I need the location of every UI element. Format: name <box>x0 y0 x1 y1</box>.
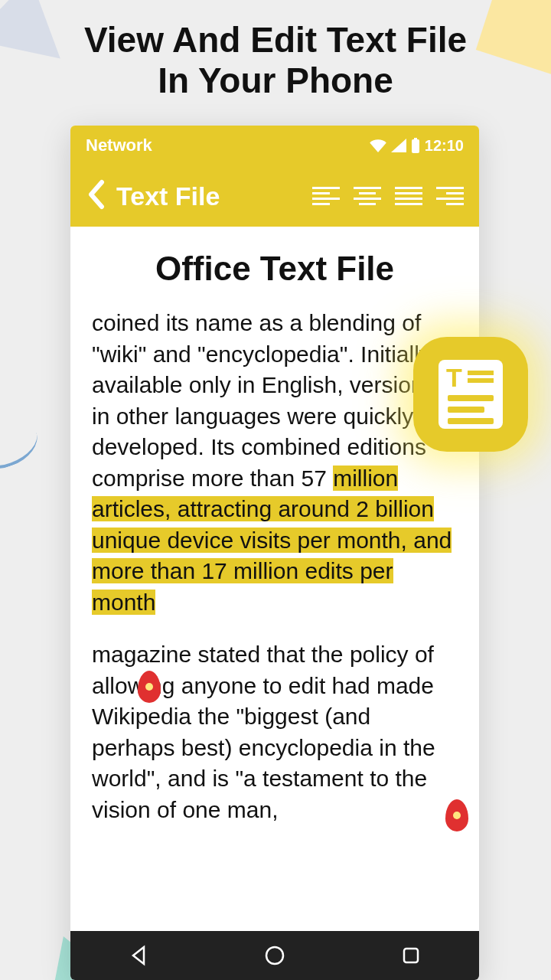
paragraph-1[interactable]: coined its name as a blending of "wiki" … <box>92 308 458 618</box>
align-center-button[interactable] <box>354 182 381 210</box>
document-title: Office Text File <box>92 250 458 288</box>
document-content[interactable]: Office Text File coined its name as a bl… <box>70 227 479 825</box>
promo-headline-line2: In Your Phone <box>158 60 393 100</box>
signal-icon <box>391 139 406 152</box>
nav-recent-icon[interactable] <box>399 944 422 967</box>
nav-back-icon[interactable] <box>127 944 150 967</box>
status-time: 12:10 <box>425 137 464 155</box>
wifi-icon <box>370 139 386 152</box>
back-button[interactable] <box>86 179 106 213</box>
status-network-label: Network <box>86 136 152 155</box>
app-bar: Text File <box>70 165 479 227</box>
promo-headline: View And Edit Text File In Your Phone <box>0 0 551 101</box>
nav-home-icon[interactable] <box>263 944 286 967</box>
decor-circle-1 <box>0 410 44 477</box>
svg-point-2 <box>266 947 283 964</box>
battery-icon <box>411 138 420 153</box>
promo-headline-line1: View And Edit Text File <box>84 20 467 60</box>
text-file-app-icon <box>413 337 528 452</box>
appbar-title: Text File <box>116 181 220 211</box>
para1-text: coined its name as a blending of "wiki" … <box>92 310 435 491</box>
status-right: 12:10 <box>370 137 464 155</box>
align-right-button[interactable] <box>436 182 464 210</box>
svg-rect-3 <box>404 949 418 962</box>
svg-rect-0 <box>412 139 419 153</box>
align-left-button[interactable] <box>312 182 340 210</box>
paragraph-2[interactable]: magazine stated that the policy of allow… <box>92 639 458 825</box>
selection-start-handle[interactable] <box>138 671 161 703</box>
align-justify-button[interactable] <box>395 182 422 210</box>
status-bar: Network 12:10 <box>70 126 479 165</box>
phone-frame: Network 12:10 Text File Office Text File… <box>70 126 479 980</box>
selection-end-handle[interactable] <box>445 799 468 831</box>
nav-bar <box>70 931 479 980</box>
svg-rect-1 <box>414 138 417 140</box>
